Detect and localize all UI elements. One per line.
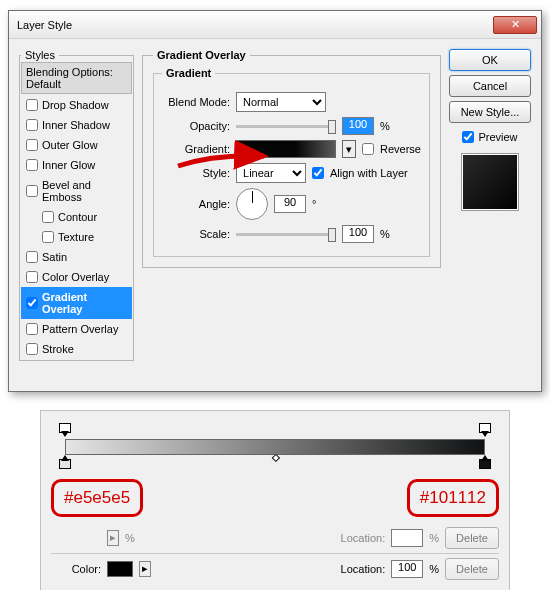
gradient-swatch[interactable] — [236, 140, 336, 158]
style-label: Bevel and Emboss — [42, 179, 127, 203]
style-label: Inner Shadow — [42, 119, 110, 131]
gradient-group: Gradient Blend Mode: Normal Opacity: 100… — [153, 67, 430, 257]
window-title: Layer Style — [17, 19, 493, 31]
style-label: Gradient Overlay — [42, 291, 127, 315]
style-checkbox[interactable] — [42, 231, 54, 243]
panel-title: Gradient Overlay — [153, 49, 250, 61]
style-label: Contour — [58, 211, 97, 223]
scale-label: Scale: — [162, 228, 230, 240]
left-color-annotation: #e5e5e5 — [51, 479, 143, 517]
style-item-outer-glow[interactable]: Outer Glow — [21, 135, 132, 155]
style-checkbox[interactable] — [26, 251, 38, 263]
pct-label-2: % — [380, 228, 390, 240]
style-checkbox[interactable] — [42, 211, 54, 223]
preview-checkbox[interactable] — [462, 131, 474, 143]
color-stop-right[interactable] — [479, 455, 491, 469]
style-checkbox[interactable] — [26, 323, 38, 335]
style-item-bevel-and-emboss[interactable]: Bevel and Emboss — [21, 175, 132, 207]
blend-mode-select[interactable]: Normal — [236, 92, 326, 112]
align-checkbox[interactable] — [312, 167, 324, 179]
angle-input[interactable]: 90 — [274, 195, 306, 213]
style-item-gradient-overlay[interactable]: Gradient Overlay — [21, 287, 132, 319]
style-select[interactable]: Linear — [236, 163, 306, 183]
style-checkbox[interactable] — [26, 119, 38, 131]
style-item-satin[interactable]: Satin — [21, 247, 132, 267]
layer-style-dialog: Layer Style ✕ Styles Blending Options: D… — [8, 10, 542, 392]
location-label-2: Location: — [341, 563, 386, 575]
pct-label: % — [380, 120, 390, 132]
style-label: Texture — [58, 231, 94, 243]
angle-label: Angle: — [162, 198, 230, 210]
style-checkbox[interactable] — [26, 343, 38, 355]
reverse-checkbox[interactable] — [362, 143, 374, 155]
opacity-stop-left[interactable] — [59, 423, 71, 437]
style-label: Pattern Overlay — [42, 323, 118, 335]
opacity-input[interactable]: 100 — [342, 117, 374, 135]
delete-color-stop[interactable]: Delete — [445, 558, 499, 580]
scale-slider[interactable] — [236, 233, 336, 236]
reverse-label: Reverse — [380, 143, 421, 155]
opacity-label: Opacity: — [162, 120, 230, 132]
gradient-overlay-panel: Gradient Overlay Gradient Blend Mode: No… — [142, 49, 441, 268]
align-label: Align with Layer — [330, 167, 408, 179]
style-label: Stroke — [42, 343, 74, 355]
style-item-drop-shadow[interactable]: Drop Shadow — [21, 95, 132, 115]
color-location-input[interactable]: 100 — [391, 560, 423, 578]
style-checkbox[interactable] — [26, 159, 38, 171]
style-item-contour[interactable]: Contour — [21, 207, 132, 227]
style-label: Style: — [162, 167, 230, 179]
style-checkbox[interactable] — [26, 99, 38, 111]
style-checkbox[interactable] — [26, 297, 38, 309]
gradient-label: Gradient: — [162, 143, 230, 155]
style-label: Color Overlay — [42, 271, 109, 283]
style-checkbox[interactable] — [26, 139, 38, 151]
opacity-stop-right[interactable] — [479, 423, 491, 437]
style-label: Satin — [42, 251, 67, 263]
style-item-inner-glow[interactable]: Inner Glow — [21, 155, 132, 175]
color-swatch[interactable] — [107, 561, 133, 577]
style-label: Outer Glow — [42, 139, 98, 151]
color-label: Color: — [51, 563, 101, 575]
style-label: Drop Shadow — [42, 99, 109, 111]
titlebar[interactable]: Layer Style ✕ — [9, 11, 541, 39]
deg-label: ° — [312, 198, 316, 210]
gradient-dropdown-arrow[interactable]: ▾ — [342, 140, 356, 158]
location-label-1: Location: — [341, 532, 386, 544]
blend-mode-label: Blend Mode: — [162, 96, 230, 108]
blending-options-header[interactable]: Blending Options: Default — [21, 62, 132, 94]
style-item-inner-shadow[interactable]: Inner Shadow — [21, 115, 132, 135]
color-dropdown[interactable]: ▸ — [139, 561, 151, 577]
close-button[interactable]: ✕ — [493, 16, 537, 34]
opacity-location-input[interactable] — [391, 529, 423, 547]
cancel-button[interactable]: Cancel — [449, 75, 531, 97]
group-title: Gradient — [162, 67, 215, 79]
preview-swatch — [461, 153, 519, 211]
style-item-color-overlay[interactable]: Color Overlay — [21, 267, 132, 287]
gradient-editor-panel: .stop-bot:nth-of-type(4):before{backgrou… — [40, 410, 510, 590]
preview-label: Preview — [478, 131, 517, 143]
style-item-stroke[interactable]: Stroke — [21, 339, 132, 359]
style-checkbox[interactable] — [26, 271, 38, 283]
style-item-texture[interactable]: Texture — [21, 227, 132, 247]
color-stop-left[interactable] — [59, 455, 71, 469]
delete-opacity-stop[interactable]: Delete — [445, 527, 499, 549]
opacity-dropdown[interactable]: ▸ — [107, 530, 119, 546]
angle-wheel[interactable] — [236, 188, 268, 220]
new-style-button[interactable]: New Style... — [449, 101, 531, 123]
opacity-slider[interactable] — [236, 125, 336, 128]
right-color-annotation: #101112 — [407, 479, 499, 517]
styles-legend: Styles — [21, 49, 59, 61]
style-checkbox[interactable] — [26, 185, 38, 197]
ok-button[interactable]: OK — [449, 49, 531, 71]
styles-list: Styles Blending Options: Default Drop Sh… — [19, 49, 134, 361]
style-item-pattern-overlay[interactable]: Pattern Overlay — [21, 319, 132, 339]
scale-input[interactable]: 100 — [342, 225, 374, 243]
style-label: Inner Glow — [42, 159, 95, 171]
